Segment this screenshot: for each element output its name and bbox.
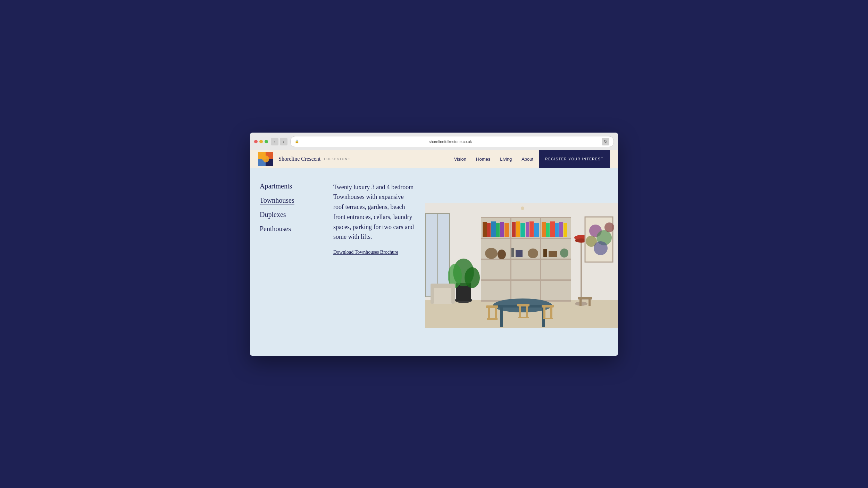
svg-rect-33	[542, 222, 546, 237]
svg-point-39	[485, 248, 498, 259]
back-button[interactable]: ‹	[271, 138, 278, 145]
svg-rect-31	[529, 221, 534, 237]
refresh-button[interactable]: ↻	[602, 138, 609, 145]
download-brochure-link[interactable]: Download Townhouses Brochure	[333, 250, 398, 255]
site-title: Shoreline Crescent	[278, 156, 320, 162]
nav-vision[interactable]: Vision	[454, 157, 466, 162]
svg-rect-85	[579, 299, 582, 306]
svg-rect-66	[543, 307, 545, 319]
svg-rect-34	[546, 223, 550, 237]
svg-point-83	[604, 222, 614, 232]
svg-rect-64	[518, 317, 529, 318]
svg-rect-19	[510, 217, 511, 302]
svg-rect-15	[481, 238, 571, 239]
svg-point-6	[259, 160, 265, 166]
nav-living[interactable]: Living	[500, 157, 512, 162]
svg-rect-73	[581, 238, 582, 304]
logo-icon	[258, 152, 273, 166]
svg-point-52	[465, 267, 480, 288]
svg-rect-44	[543, 249, 547, 257]
svg-rect-21	[483, 222, 487, 237]
sidebar-nav-list: Apartments Townhouses Duplexes Penthouse…	[260, 182, 317, 233]
register-button[interactable]: REGISTER YOUR INTEREST	[539, 150, 610, 168]
svg-rect-69	[432, 286, 453, 304]
svg-rect-20	[540, 217, 541, 302]
svg-rect-35	[550, 221, 555, 237]
svg-rect-30	[526, 222, 529, 237]
svg-rect-60	[487, 318, 498, 320]
header-nav: Vision Homes Living About	[454, 157, 533, 162]
svg-point-82	[594, 241, 608, 255]
svg-rect-14	[481, 217, 571, 218]
svg-rect-24	[496, 223, 500, 237]
lock-icon: 🔒	[295, 140, 299, 143]
sidebar-item-apartments[interactable]: Apartments	[260, 182, 317, 190]
dot-maximize[interactable]	[265, 140, 268, 143]
dot-minimize[interactable]	[259, 140, 263, 143]
svg-rect-28	[516, 221, 520, 237]
site-header: Shoreline Crescent FOLKESTONE Vision Hom…	[250, 150, 618, 168]
website-content: Shoreline Crescent FOLKESTONE Vision Hom…	[250, 150, 618, 356]
svg-rect-42	[516, 250, 523, 257]
svg-point-12	[521, 207, 524, 210]
main-content: Apartments Townhouses Duplexes Penthouse…	[250, 168, 618, 356]
svg-rect-23	[491, 221, 496, 237]
browser-dots	[254, 140, 268, 143]
content-area: Twenty luxury 3 and 4 bedroom Townhouses…	[326, 168, 425, 356]
svg-rect-22	[487, 223, 491, 237]
svg-rect-27	[512, 222, 516, 237]
svg-rect-55	[500, 306, 503, 327]
svg-rect-68	[543, 318, 553, 319]
sidebar-item-townhouses[interactable]: Townhouses	[260, 196, 317, 204]
logo-area	[258, 152, 273, 166]
svg-rect-86	[589, 299, 591, 306]
svg-rect-59	[495, 307, 497, 319]
sidebar-item-penthouses[interactable]: Penthouses	[260, 225, 317, 233]
svg-rect-38	[564, 223, 567, 237]
svg-point-40	[498, 250, 506, 259]
address-bar[interactable]: 🔒 shorelinefolkestone.co.uk ↻	[290, 136, 614, 147]
interior-image	[425, 203, 618, 328]
nav-about[interactable]: About	[521, 157, 533, 162]
svg-rect-37	[559, 222, 563, 237]
svg-rect-41	[511, 248, 514, 257]
svg-rect-29	[520, 223, 525, 237]
svg-rect-36	[555, 223, 559, 237]
description-text: Twenty luxury 3 and 4 bedroom Townhouses…	[333, 182, 416, 242]
svg-rect-16	[481, 259, 571, 260]
nav-homes[interactable]: Homes	[476, 157, 490, 162]
sidebar-item-duplexes[interactable]: Duplexes	[260, 211, 317, 219]
browser-nav: ‹ ›	[271, 138, 287, 145]
site-subtitle: FOLKESTONE	[324, 157, 350, 161]
svg-rect-45	[549, 251, 557, 257]
svg-rect-26	[504, 223, 509, 237]
url-text: shorelinefolkestone.co.uk	[301, 140, 600, 144]
room-svg	[425, 203, 618, 328]
svg-point-43	[528, 249, 538, 258]
svg-rect-58	[488, 307, 490, 319]
svg-rect-32	[534, 223, 539, 237]
svg-rect-25	[500, 222, 504, 237]
svg-rect-63	[526, 306, 528, 318]
sidebar-nav: Apartments Townhouses Duplexes Penthouse…	[250, 168, 326, 356]
svg-rect-72	[431, 284, 455, 288]
dot-close[interactable]	[254, 140, 258, 143]
svg-rect-67	[550, 307, 552, 319]
interior-image-area	[425, 203, 618, 356]
svg-rect-62	[519, 306, 521, 318]
svg-point-46	[560, 249, 568, 258]
forward-button[interactable]: ›	[280, 138, 287, 145]
svg-rect-17	[481, 279, 571, 281]
browser-chrome: ‹ › 🔒 shorelinefolkestone.co.uk ↻	[250, 133, 618, 150]
